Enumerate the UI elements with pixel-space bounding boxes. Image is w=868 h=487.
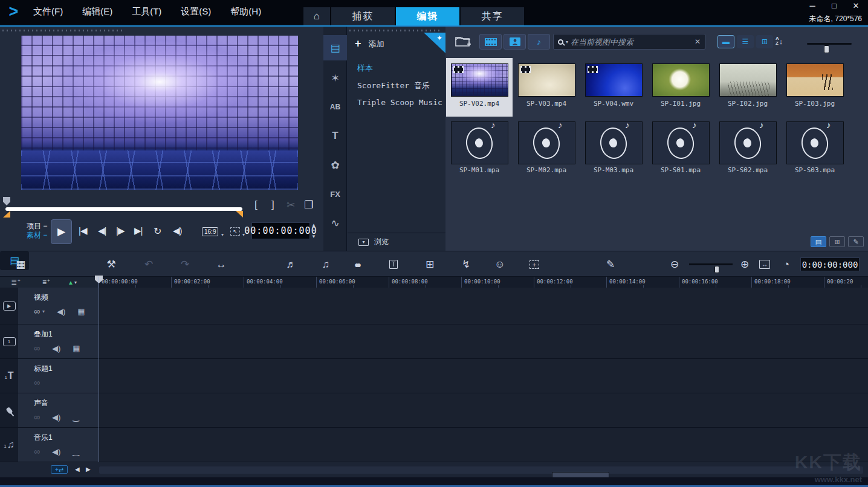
- menu-file[interactable]: 文件(F): [33, 6, 63, 18]
- aspect-ratio-select[interactable]: 16:9: [202, 227, 218, 236]
- link-icon[interactable]: ∞: [34, 412, 40, 422]
- blend-overlay-button[interactable]: ●●: [346, 251, 370, 277]
- title-icon[interactable]: T: [323, 123, 347, 149]
- wave-envelope-icon[interactable]: ‿: [73, 413, 79, 422]
- track-type-cell[interactable]: ▶: [0, 288, 18, 324]
- track-mute-icon[interactable]: ◀): [52, 413, 60, 422]
- instant-project-icon[interactable]: ✶: [323, 65, 347, 91]
- pin-panel-button[interactable]: ✦: [424, 33, 445, 53]
- track-header[interactable]: 视频 ∞▾ ◀) ▦: [18, 288, 99, 324]
- media-item[interactable]: ♪ SP-S01.mpa: [647, 117, 714, 176]
- painting-creator-button[interactable]: ✎: [597, 251, 624, 277]
- sound-mixer-button[interactable]: ♬: [279, 251, 303, 277]
- search-caret-icon[interactable]: ▾: [566, 39, 568, 45]
- tab-capture[interactable]: 捕获: [331, 7, 395, 25]
- spin-up-icon[interactable]: ▲: [311, 222, 316, 228]
- media-item[interactable]: ♪ SP-M01.mpa: [446, 117, 513, 176]
- import-media-icon[interactable]: [455, 35, 471, 47]
- media-item[interactable]: SP-V02.mp4: [446, 58, 513, 117]
- track-header[interactable]: 音乐1 ∞ ◀) ‿: [18, 428, 99, 462]
- slider-thumb[interactable]: [824, 45, 829, 53]
- duration-clock-button[interactable]: ◔: [776, 251, 797, 277]
- wave-envelope-icon[interactable]: ‿: [73, 447, 79, 456]
- edit-pane-button[interactable]: ✎: [848, 236, 864, 247]
- motion-tracking-button[interactable]: ↯: [453, 251, 479, 277]
- sort-button[interactable]: AZ ↓: [776, 36, 783, 46]
- undo-button[interactable]: ↶: [137, 251, 161, 277]
- storyboard-view-button[interactable]: ▦: [10, 251, 31, 277]
- enlarge-preview-icon[interactable]: ❐: [304, 199, 313, 211]
- scroll-right-button[interactable]: ▶: [86, 466, 91, 472]
- track-lane[interactable]: [99, 428, 868, 462]
- mark-out-button[interactable]: ]: [271, 199, 274, 211]
- category-triple-scoop[interactable]: Triple Scoop Music: [357, 98, 442, 107]
- track-lane[interactable]: [99, 324, 868, 358]
- media-item[interactable]: SP-V04.wmv: [580, 58, 647, 117]
- library-pane-button[interactable]: ▤: [811, 236, 826, 247]
- add-category-button[interactable]: + 添加: [355, 37, 384, 50]
- add-track-button[interactable]: ≡+: [42, 277, 50, 288]
- zoom-out-button[interactable]: ⊖: [664, 251, 685, 277]
- filter-audio-button[interactable]: ♪: [528, 34, 550, 50]
- thumbnail-size-slider[interactable]: [807, 43, 852, 45]
- redo-button[interactable]: ↷: [173, 251, 197, 277]
- menu-settings[interactable]: 设置(S): [181, 6, 211, 18]
- list-view-button[interactable]: ☰: [737, 35, 754, 48]
- motion-path-icon[interactable]: ∿: [323, 210, 347, 236]
- graphic-icon[interactable]: ✿: [323, 152, 347, 178]
- close-button[interactable]: ✕: [851, 1, 861, 10]
- media-item[interactable]: ♪ SP-M02.mpa: [513, 117, 580, 176]
- track-manager-button[interactable]: ≣+: [11, 277, 21, 288]
- media-item[interactable]: SP-I01.jpg: [647, 58, 714, 117]
- category-samples[interactable]: 样本: [357, 63, 442, 74]
- matte-icon[interactable]: ▦: [77, 307, 85, 316]
- home-tab[interactable]: ⌂: [303, 7, 330, 25]
- menu-edit[interactable]: 编辑(E): [82, 6, 112, 18]
- search-clear-icon[interactable]: ✕: [695, 37, 701, 46]
- tab-edit[interactable]: 编辑: [396, 7, 459, 25]
- split-screen-button[interactable]: ⊞: [417, 251, 442, 277]
- menu-help[interactable]: 帮助(H): [230, 6, 261, 18]
- dual-pane-button[interactable]: ⊞: [829, 236, 845, 247]
- timeline-zoom-slider[interactable]: [689, 263, 733, 265]
- fit-timeline-button[interactable]: ↔: [754, 251, 775, 277]
- track-header[interactable]: 叠加1 ∞ ◀) ▦: [18, 324, 99, 358]
- media-item[interactable]: SP-I02.jpg: [714, 58, 781, 117]
- volume-button[interactable]: ◀): [173, 225, 182, 236]
- track-lane[interactable]: [99, 288, 868, 324]
- tools-button[interactable]: ⚒: [99, 251, 123, 277]
- play-button[interactable]: ▶: [51, 219, 72, 244]
- repeat-button[interactable]: ↻: [154, 225, 161, 237]
- step-forward-button[interactable]: |▶: [116, 225, 124, 236]
- split-clip-icon[interactable]: ✂: [287, 199, 295, 211]
- browse-button[interactable]: ▾ 浏览: [348, 233, 445, 251]
- horizontal-scrollbar[interactable]: [99, 466, 863, 474]
- timeline-timecode[interactable]: 0:00:00:000: [800, 257, 860, 271]
- link-icon[interactable]: ∞: [34, 343, 40, 353]
- subtitle-editor-button[interactable]: T: [381, 251, 406, 277]
- filter-photos-button[interactable]: [504, 34, 526, 50]
- scrub-chapter-pin[interactable]: [3, 197, 10, 205]
- maximize-button[interactable]: □: [829, 1, 839, 10]
- ripple-edit-button[interactable]: ▲▾: [68, 277, 77, 288]
- step-back-button[interactable]: ◀|: [98, 225, 106, 236]
- timeline-ruler[interactable]: 00:00:00:00 00:00:02:00 00:00:04:00 00:0…: [99, 277, 868, 288]
- swap-tracks-button[interactable]: +⇄: [51, 465, 68, 474]
- track-lane[interactable]: [99, 359, 868, 393]
- track-type-cell[interactable]: [0, 393, 18, 427]
- trim-start-handle[interactable]: [3, 211, 10, 218]
- track-header[interactable]: 标题1 ∞: [18, 359, 99, 393]
- auto-music-button[interactable]: ♫: [313, 251, 338, 277]
- track-mute-icon[interactable]: ◀): [57, 307, 65, 316]
- fit-project-button[interactable]: ↔: [209, 251, 233, 277]
- filter-videos-button[interactable]: [479, 34, 502, 50]
- caret-down-icon[interactable]: ▾: [42, 309, 45, 314]
- track-type-cell[interactable]: 1♫: [0, 428, 18, 462]
- media-item[interactable]: SP-I03.jpg: [782, 58, 848, 117]
- scrub-bar[interactable]: [5, 207, 242, 211]
- scroll-left-button[interactable]: ◀: [75, 466, 80, 472]
- menu-tools[interactable]: 工具(T): [132, 6, 161, 18]
- go-end-button[interactable]: ▶|: [134, 225, 142, 236]
- aspect-caret-icon[interactable]: ▾: [221, 232, 224, 237]
- transition-icon[interactable]: AB: [323, 94, 347, 120]
